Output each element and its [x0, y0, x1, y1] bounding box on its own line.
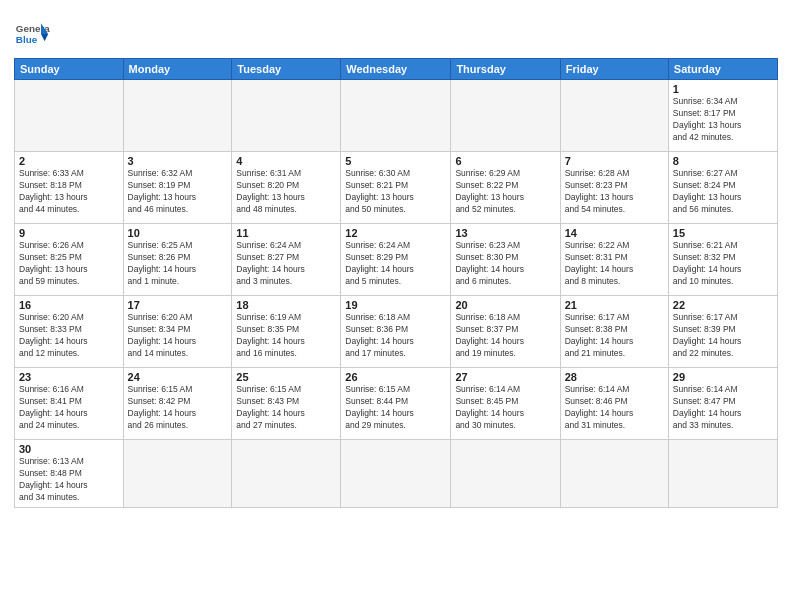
day-info: Sunrise: 6:17 AM Sunset: 8:38 PM Dayligh…: [565, 312, 664, 360]
calendar-cell: 1Sunrise: 6:34 AM Sunset: 8:17 PM Daylig…: [668, 80, 777, 152]
day-info: Sunrise: 6:24 AM Sunset: 8:27 PM Dayligh…: [236, 240, 336, 288]
day-info: Sunrise: 6:30 AM Sunset: 8:21 PM Dayligh…: [345, 168, 446, 216]
calendar-cell: 30Sunrise: 6:13 AM Sunset: 8:48 PM Dayli…: [15, 440, 124, 508]
calendar-cell: 22Sunrise: 6:17 AM Sunset: 8:39 PM Dayli…: [668, 296, 777, 368]
calendar-cell: 21Sunrise: 6:17 AM Sunset: 8:38 PM Dayli…: [560, 296, 668, 368]
day-number: 27: [455, 371, 555, 383]
day-header-tuesday: Tuesday: [232, 59, 341, 80]
calendar-cell: [232, 80, 341, 152]
day-info: Sunrise: 6:27 AM Sunset: 8:24 PM Dayligh…: [673, 168, 773, 216]
day-number: 23: [19, 371, 119, 383]
day-number: 3: [128, 155, 228, 167]
day-number: 22: [673, 299, 773, 311]
calendar-cell: [123, 80, 232, 152]
day-info: Sunrise: 6:14 AM Sunset: 8:47 PM Dayligh…: [673, 384, 773, 432]
day-info: Sunrise: 6:33 AM Sunset: 8:18 PM Dayligh…: [19, 168, 119, 216]
day-number: 5: [345, 155, 446, 167]
calendar-cell: 28Sunrise: 6:14 AM Sunset: 8:46 PM Dayli…: [560, 368, 668, 440]
day-info: Sunrise: 6:17 AM Sunset: 8:39 PM Dayligh…: [673, 312, 773, 360]
day-info: Sunrise: 6:15 AM Sunset: 8:42 PM Dayligh…: [128, 384, 228, 432]
calendar-cell: 15Sunrise: 6:21 AM Sunset: 8:32 PM Dayli…: [668, 224, 777, 296]
day-info: Sunrise: 6:19 AM Sunset: 8:35 PM Dayligh…: [236, 312, 336, 360]
day-info: Sunrise: 6:14 AM Sunset: 8:46 PM Dayligh…: [565, 384, 664, 432]
day-number: 7: [565, 155, 664, 167]
day-number: 12: [345, 227, 446, 239]
day-number: 26: [345, 371, 446, 383]
day-info: Sunrise: 6:25 AM Sunset: 8:26 PM Dayligh…: [128, 240, 228, 288]
calendar-cell: 20Sunrise: 6:18 AM Sunset: 8:37 PM Dayli…: [451, 296, 560, 368]
day-number: 18: [236, 299, 336, 311]
calendar-cell: 7Sunrise: 6:28 AM Sunset: 8:23 PM Daylig…: [560, 152, 668, 224]
day-info: Sunrise: 6:21 AM Sunset: 8:32 PM Dayligh…: [673, 240, 773, 288]
calendar-cell: 13Sunrise: 6:23 AM Sunset: 8:30 PM Dayli…: [451, 224, 560, 296]
calendar-cell: 2Sunrise: 6:33 AM Sunset: 8:18 PM Daylig…: [15, 152, 124, 224]
day-number: 21: [565, 299, 664, 311]
calendar-table: SundayMondayTuesdayWednesdayThursdayFrid…: [14, 58, 778, 508]
calendar-week-row: 2Sunrise: 6:33 AM Sunset: 8:18 PM Daylig…: [15, 152, 778, 224]
day-number: 2: [19, 155, 119, 167]
page-header: General Blue: [14, 12, 778, 52]
day-number: 6: [455, 155, 555, 167]
calendar-week-row: 1Sunrise: 6:34 AM Sunset: 8:17 PM Daylig…: [15, 80, 778, 152]
calendar-cell: 26Sunrise: 6:15 AM Sunset: 8:44 PM Dayli…: [341, 368, 451, 440]
calendar-cell: [341, 440, 451, 508]
day-number: 24: [128, 371, 228, 383]
day-info: Sunrise: 6:34 AM Sunset: 8:17 PM Dayligh…: [673, 96, 773, 144]
day-number: 20: [455, 299, 555, 311]
day-info: Sunrise: 6:14 AM Sunset: 8:45 PM Dayligh…: [455, 384, 555, 432]
day-info: Sunrise: 6:15 AM Sunset: 8:44 PM Dayligh…: [345, 384, 446, 432]
svg-text:Blue: Blue: [16, 34, 38, 45]
calendar-cell: 3Sunrise: 6:32 AM Sunset: 8:19 PM Daylig…: [123, 152, 232, 224]
svg-marker-3: [41, 34, 48, 41]
day-number: 17: [128, 299, 228, 311]
calendar-cell: [451, 440, 560, 508]
day-number: 8: [673, 155, 773, 167]
calendar-cell: 18Sunrise: 6:19 AM Sunset: 8:35 PM Dayli…: [232, 296, 341, 368]
day-info: Sunrise: 6:28 AM Sunset: 8:23 PM Dayligh…: [565, 168, 664, 216]
calendar-week-row: 30Sunrise: 6:13 AM Sunset: 8:48 PM Dayli…: [15, 440, 778, 508]
day-info: Sunrise: 6:32 AM Sunset: 8:19 PM Dayligh…: [128, 168, 228, 216]
calendar-week-row: 9Sunrise: 6:26 AM Sunset: 8:25 PM Daylig…: [15, 224, 778, 296]
day-header-wednesday: Wednesday: [341, 59, 451, 80]
calendar-cell: [560, 80, 668, 152]
calendar-cell: [232, 440, 341, 508]
calendar-cell: [123, 440, 232, 508]
day-number: 29: [673, 371, 773, 383]
calendar-cell: 6Sunrise: 6:29 AM Sunset: 8:22 PM Daylig…: [451, 152, 560, 224]
logo-icon: General Blue: [14, 16, 50, 52]
day-number: 28: [565, 371, 664, 383]
calendar-cell: 4Sunrise: 6:31 AM Sunset: 8:20 PM Daylig…: [232, 152, 341, 224]
calendar-cell: 9Sunrise: 6:26 AM Sunset: 8:25 PM Daylig…: [15, 224, 124, 296]
calendar-cell: 8Sunrise: 6:27 AM Sunset: 8:24 PM Daylig…: [668, 152, 777, 224]
day-info: Sunrise: 6:26 AM Sunset: 8:25 PM Dayligh…: [19, 240, 119, 288]
calendar-cell: 29Sunrise: 6:14 AM Sunset: 8:47 PM Dayli…: [668, 368, 777, 440]
calendar-cell: [451, 80, 560, 152]
calendar-cell: [560, 440, 668, 508]
calendar-cell: 16Sunrise: 6:20 AM Sunset: 8:33 PM Dayli…: [15, 296, 124, 368]
day-number: 9: [19, 227, 119, 239]
calendar-week-row: 23Sunrise: 6:16 AM Sunset: 8:41 PM Dayli…: [15, 368, 778, 440]
calendar-cell: [668, 440, 777, 508]
calendar-header-row: SundayMondayTuesdayWednesdayThursdayFrid…: [15, 59, 778, 80]
calendar-cell: 12Sunrise: 6:24 AM Sunset: 8:29 PM Dayli…: [341, 224, 451, 296]
day-header-saturday: Saturday: [668, 59, 777, 80]
day-info: Sunrise: 6:22 AM Sunset: 8:31 PM Dayligh…: [565, 240, 664, 288]
calendar-cell: 25Sunrise: 6:15 AM Sunset: 8:43 PM Dayli…: [232, 368, 341, 440]
day-header-thursday: Thursday: [451, 59, 560, 80]
day-info: Sunrise: 6:31 AM Sunset: 8:20 PM Dayligh…: [236, 168, 336, 216]
day-info: Sunrise: 6:29 AM Sunset: 8:22 PM Dayligh…: [455, 168, 555, 216]
day-info: Sunrise: 6:20 AM Sunset: 8:33 PM Dayligh…: [19, 312, 119, 360]
day-info: Sunrise: 6:24 AM Sunset: 8:29 PM Dayligh…: [345, 240, 446, 288]
day-number: 25: [236, 371, 336, 383]
calendar-cell: 24Sunrise: 6:15 AM Sunset: 8:42 PM Dayli…: [123, 368, 232, 440]
day-number: 13: [455, 227, 555, 239]
day-number: 30: [19, 443, 119, 455]
day-number: 16: [19, 299, 119, 311]
calendar-cell: 14Sunrise: 6:22 AM Sunset: 8:31 PM Dayli…: [560, 224, 668, 296]
calendar-cell: 23Sunrise: 6:16 AM Sunset: 8:41 PM Dayli…: [15, 368, 124, 440]
day-number: 15: [673, 227, 773, 239]
day-info: Sunrise: 6:18 AM Sunset: 8:37 PM Dayligh…: [455, 312, 555, 360]
day-info: Sunrise: 6:16 AM Sunset: 8:41 PM Dayligh…: [19, 384, 119, 432]
day-number: 11: [236, 227, 336, 239]
day-number: 4: [236, 155, 336, 167]
